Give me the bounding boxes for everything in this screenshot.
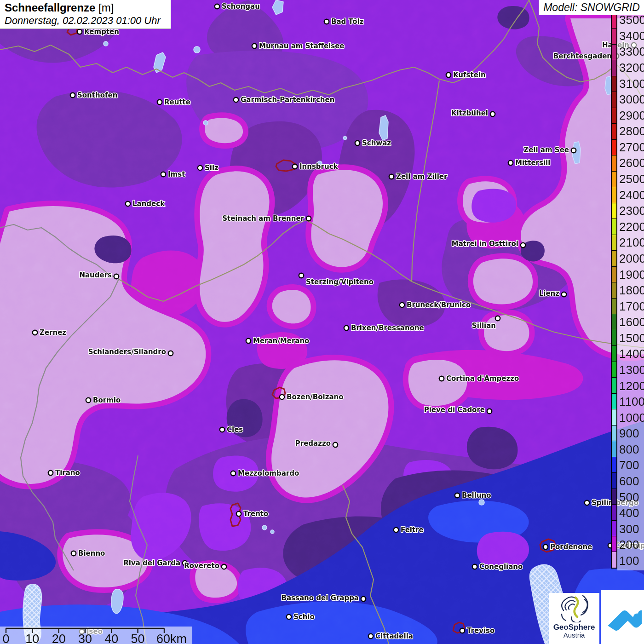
colorbar-segment [612,219,616,235]
city-dot [344,326,349,330]
colorbar-segment [612,92,616,108]
city-label: Bassano del Grappa [282,594,359,602]
colorbar-tick-label: 2200 [619,219,644,235]
city-label: Cortina d'Ampezzo [446,374,519,383]
city-dot [157,100,162,104]
colorbar-tick-label: 2500 [619,171,644,187]
colorbar-segment [612,172,616,187]
city-label: Sillian [472,322,496,330]
colorbar-tick-label: 1200 [619,378,644,394]
city-dot [231,471,236,476]
city-label: Kitzbühel [451,109,488,117]
city-label: Predazzo [295,439,331,448]
map-title-unit: [m] [98,1,114,14]
city-dot [400,303,404,307]
city-dot [70,93,75,98]
city-dot [168,351,173,356]
map-title-line: Schneefallgrenze [m] [5,1,166,14]
colorbar-segment [612,473,616,489]
colorbar-segment [612,362,616,378]
city-dot [490,112,495,116]
city-label: Pordenone [550,543,592,551]
colorbar-tick-label: 500 [619,489,644,505]
colorbar-segment [612,536,616,552]
city-label: Sterzing/Vipiteno [306,278,374,286]
city-dot [198,166,202,170]
map-datetime: Donnerstag, 02.02.2023 01:00 Uhr [5,14,166,27]
city-label: Riva del Garda [123,559,180,567]
city-dot [394,528,398,532]
colorbar-segment [612,394,616,409]
colorbar-segment [612,203,616,219]
city-label: Bozen/Bolzano [287,393,344,401]
colorbar-tick-label: 1000 [619,409,644,426]
city-label: Tirano [55,469,80,477]
city-label: Zell am Ziller [396,172,448,181]
colorbar-segment [612,251,616,266]
colorbar-tick-label: 1800 [619,282,644,299]
colorbar [611,12,617,569]
colorbar-segment [612,187,616,203]
geosphere-logo-box: GeoSphere Austria [549,593,599,644]
city-label: Sonthofen [77,91,117,99]
mountain-cloud-logo-icon [603,594,642,640]
city-dot [33,330,37,335]
colorbar-tick-label: 3400 [619,28,644,44]
colorbar-segment [612,76,616,92]
colorbar-segment [612,441,616,457]
city-dot [361,597,366,601]
colorbar-tick-label: 800 [619,442,644,458]
city-label: Bad Tölz [331,17,364,26]
city-dot [299,273,304,278]
city-label: Cles [227,426,243,434]
city-dot [508,161,513,165]
colorbar-tick-label: 2700 [619,139,644,155]
colorbar-tick-label: 1700 [619,298,644,314]
city-dot [355,141,360,145]
colorbar-tick-label: 2300 [619,203,644,219]
colorbar-segment [612,235,616,251]
city-label: Matrei in Osttirol [452,240,518,248]
geosphere-logo-text: GeoSphere [553,623,595,632]
city-label: Schongau [222,2,260,11]
city-dot [77,29,82,34]
city-dot [234,98,238,102]
colorbar-segment [612,552,616,567]
colorbar-segment [612,29,616,44]
city-dot [48,471,53,475]
colorbar-segment [612,13,616,29]
city-label: Lienz [539,289,560,298]
city-label: Treviso [467,627,494,635]
city-label: Rovereto [184,562,219,570]
colorbar-tick-label: 300 [619,521,644,537]
city-label: Mezzolombardo [238,469,299,477]
city-label: Cittadella [375,632,413,640]
city-dot [368,634,373,638]
city-dot [114,274,119,279]
colorbar-segment [612,330,616,346]
city-label: Bruneck/Brunico [407,301,471,309]
city-label: Imst [168,170,185,178]
colorbar-segment [612,155,616,171]
colorbar-labels: 3500340033003200310030002900280027002600… [619,12,644,569]
city-dot [487,409,492,414]
city-dot [495,316,500,321]
city-label: Zernez [40,328,66,337]
title-box: Schneefallgrenze [m] Donnerstag, 02.02.2… [0,0,171,29]
city-label: Mittersill [515,159,550,167]
scalebar-tick-label: 40 [104,632,118,644]
city-label: Bormio [93,396,121,404]
city-label: Landeck [132,200,165,208]
colorbar-segment [612,124,616,139]
city-dot [236,512,241,516]
colorbar-tick-label: 3000 [619,92,644,108]
colorbar-tick-label: 900 [619,426,644,442]
colorbar-segment [612,489,616,505]
colorbar-tick-label: 2000 [619,251,644,267]
colorbar-tick-label: 2900 [619,107,644,123]
city-dot [293,164,297,169]
city-dot [246,339,251,343]
colorbar-tick-label: 100 [619,553,644,569]
city-label: Silz [205,164,218,172]
colorbar-tick-label: 1400 [619,346,644,362]
